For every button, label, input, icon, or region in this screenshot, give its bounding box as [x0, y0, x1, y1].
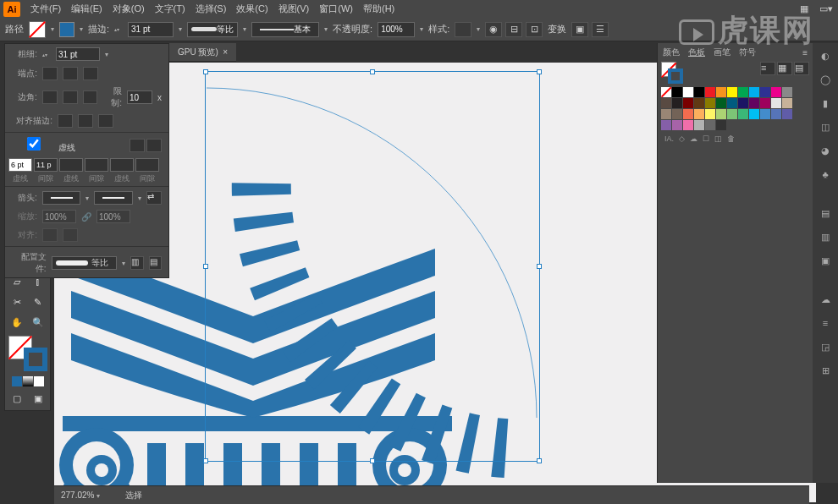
asset-export-icon[interactable]: ▥: [816, 227, 835, 246]
menu-edit[interactable]: 编辑(E): [66, 3, 108, 15]
none-mode[interactable]: [34, 376, 44, 386]
profile-dropdown[interactable]: 等比: [52, 256, 118, 270]
swatch-7[interactable]: [760, 87, 770, 97]
menu-object[interactable]: 对象(O): [108, 3, 150, 15]
handle-se[interactable]: [537, 458, 542, 463]
swatch-29[interactable]: [738, 109, 748, 119]
swatch-39[interactable]: [716, 120, 726, 130]
swatch-14[interactable]: [705, 98, 715, 108]
swatch-37[interactable]: [694, 120, 704, 130]
flip-across[interactable]: ▤: [149, 256, 163, 270]
swatch-1[interactable]: [694, 87, 704, 97]
swatch-22[interactable]: [661, 109, 671, 119]
list-view-icon[interactable]: ≡: [760, 62, 775, 75]
tab-brushes[interactable]: 画笔: [714, 47, 730, 58]
handle-w[interactable]: [203, 264, 208, 269]
dash-2[interactable]: [59, 158, 83, 172]
gap-3[interactable]: [135, 158, 159, 172]
swatch-15[interactable]: [716, 98, 726, 108]
bridge-icon[interactable]: ▦: [796, 2, 813, 17]
artboards-icon[interactable]: ▣: [816, 251, 835, 270]
zoom-tool[interactable]: 🔍: [28, 312, 49, 332]
weight-input[interactable]: [56, 47, 100, 61]
swatch-16[interactable]: [727, 98, 737, 108]
dash-align-icon[interactable]: [146, 139, 162, 152]
swatch-34[interactable]: [661, 120, 671, 130]
recolor-icon[interactable]: ◉: [485, 22, 502, 37]
handle-n[interactable]: [370, 69, 375, 74]
fill-stroke-indicator[interactable]: [8, 336, 47, 371]
gap-1[interactable]: [34, 158, 58, 172]
swatch-group-icon[interactable]: ☐: [703, 134, 709, 143]
document-tab[interactable]: GPU 预览) ×: [169, 43, 236, 62]
tab-symbols[interactable]: 符号: [739, 47, 756, 58]
menu-select[interactable]: 选择(S): [190, 3, 232, 15]
grid-view-icon[interactable]: ▦: [777, 62, 792, 75]
stroke-weight-spinner[interactable]: ▴▾: [114, 22, 123, 37]
swatch-27[interactable]: [716, 109, 726, 119]
swap-arrows[interactable]: ⇄: [146, 191, 162, 205]
menu-view[interactable]: 视图(V): [273, 3, 315, 15]
style-dropdown[interactable]: [455, 22, 471, 37]
gap-2[interactable]: [85, 158, 108, 172]
gradient-icon[interactable]: ▮: [816, 94, 835, 112]
swatch-33[interactable]: [782, 109, 792, 119]
swatch-18[interactable]: [749, 98, 759, 108]
swatch-registration[interactable]: [672, 87, 682, 97]
selection-bounding-box[interactable]: [205, 71, 540, 462]
corner-round[interactable]: [63, 90, 78, 104]
opacity-input[interactable]: [378, 22, 415, 37]
swatch-delete-icon[interactable]: 🗑: [727, 134, 735, 143]
tab-color[interactable]: 颜色: [663, 47, 680, 58]
miter-limit-input[interactable]: [127, 90, 152, 104]
swatch-25[interactable]: [694, 109, 704, 119]
swatch-lib-icon[interactable]: IA.: [664, 134, 674, 143]
dashed-checkbox[interactable]: 虚线: [12, 137, 75, 154]
arrow-start[interactable]: [42, 191, 81, 205]
dash-3[interactable]: [110, 158, 134, 172]
align-panel-icon[interactable]: ≡: [816, 314, 835, 332]
color-mode[interactable]: [12, 376, 22, 386]
swatch-3[interactable]: [716, 87, 726, 97]
swatch-32[interactable]: [771, 109, 781, 119]
graphic-styles-icon[interactable]: ♣: [816, 165, 835, 184]
swatch-4[interactable]: [727, 87, 737, 97]
shape-icon[interactable]: ⊡: [526, 22, 543, 37]
align-center[interactable]: [58, 114, 73, 128]
swatch-17[interactable]: [738, 98, 748, 108]
swatch-options-icon[interactable]: ▤: [794, 62, 809, 75]
swatch-36[interactable]: [683, 120, 693, 130]
eyedropper-tool[interactable]: ✎: [28, 292, 49, 312]
handle-ne[interactable]: [537, 69, 542, 74]
isolate-icon[interactable]: ▣: [571, 22, 588, 37]
stroke-weight-input[interactable]: [128, 22, 174, 37]
handle-s[interactable]: [370, 458, 375, 463]
swatch-31[interactable]: [760, 109, 770, 119]
screen-mode-full[interactable]: ▣: [28, 388, 49, 408]
swatch-11[interactable]: [672, 98, 682, 108]
swatch-10[interactable]: [661, 98, 671, 108]
screen-mode-normal[interactable]: ▢: [7, 388, 28, 408]
close-tab-icon[interactable]: ×: [223, 47, 228, 57]
arrange-icon[interactable]: ▭▾: [818, 2, 835, 17]
handle-nw[interactable]: [203, 69, 208, 74]
menu-type[interactable]: 文字(T): [150, 3, 190, 15]
swatch-38[interactable]: [705, 120, 715, 130]
swatch-fill-stroke[interactable]: [661, 62, 683, 84]
swatch-cc-icon[interactable]: ☁: [690, 134, 697, 143]
gradient-mode[interactable]: [23, 376, 33, 386]
tab-swatches[interactable]: 色板: [688, 47, 705, 58]
swatch-21[interactable]: [782, 98, 792, 108]
swatch-19[interactable]: [760, 98, 770, 108]
swatch-23[interactable]: [672, 109, 682, 119]
flip-along[interactable]: ▥: [130, 256, 144, 270]
libraries-icon[interactable]: ☁: [816, 290, 835, 309]
extra-icon[interactable]: ☰: [592, 22, 609, 37]
zoom-level[interactable]: 277.02% ▾: [61, 490, 100, 500]
swatch-26[interactable]: [705, 109, 715, 119]
appearance-icon[interactable]: ◕: [816, 141, 835, 160]
arrow-end[interactable]: [94, 191, 133, 205]
dash-preserve-icon[interactable]: [130, 139, 145, 152]
swatch-9[interactable]: [782, 87, 792, 97]
menu-effect[interactable]: 效果(C): [231, 3, 273, 15]
